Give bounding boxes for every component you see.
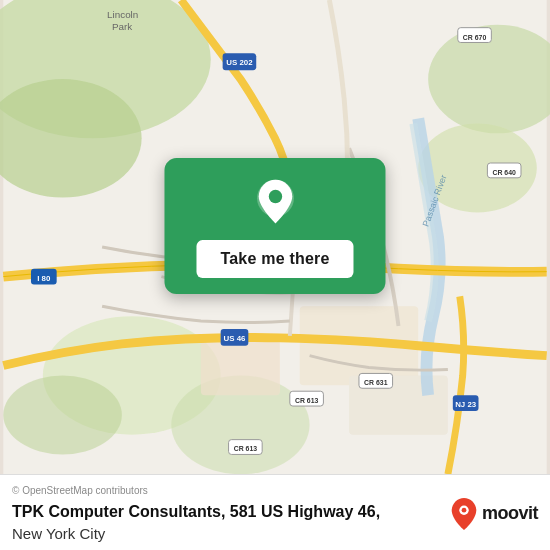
svg-text:CR 640: CR 640 bbox=[492, 169, 516, 176]
moovit-logo: moovit bbox=[450, 497, 538, 531]
map-container: I 80 US 46 US 202 NJ 23 CR 670 CR 640 bbox=[0, 0, 550, 474]
moovit-logo-icon bbox=[450, 497, 478, 531]
location-pin-icon bbox=[249, 178, 301, 230]
app: I 80 US 46 US 202 NJ 23 CR 670 CR 640 bbox=[0, 0, 550, 550]
place-name: TPK Computer Consultants, 581 US Highway… bbox=[12, 502, 380, 523]
svg-text:US 46: US 46 bbox=[224, 334, 247, 343]
bottom-bar: © OpenStreetMap contributors TPK Compute… bbox=[0, 474, 550, 550]
svg-text:Lincoln: Lincoln bbox=[107, 9, 138, 20]
svg-point-36 bbox=[462, 507, 467, 512]
svg-text:US 202: US 202 bbox=[226, 58, 253, 67]
svg-text:CR 670: CR 670 bbox=[463, 34, 487, 41]
map-attribution: © OpenStreetMap contributors bbox=[12, 485, 380, 496]
svg-text:CR 631: CR 631 bbox=[364, 379, 388, 386]
moovit-text: moovit bbox=[482, 503, 538, 524]
svg-point-7 bbox=[3, 375, 122, 454]
svg-text:Park: Park bbox=[112, 21, 132, 32]
place-location: New York City bbox=[12, 525, 380, 542]
take-me-there-button[interactable]: Take me there bbox=[196, 240, 353, 278]
svg-text:I 80: I 80 bbox=[37, 274, 51, 283]
card-overlay: Take me there bbox=[164, 158, 385, 294]
bottom-info: © OpenStreetMap contributors TPK Compute… bbox=[12, 485, 380, 542]
svg-point-34 bbox=[268, 190, 281, 203]
svg-text:CR 613: CR 613 bbox=[234, 445, 258, 452]
svg-text:NJ 23: NJ 23 bbox=[455, 400, 477, 409]
svg-text:CR 613: CR 613 bbox=[295, 397, 319, 404]
